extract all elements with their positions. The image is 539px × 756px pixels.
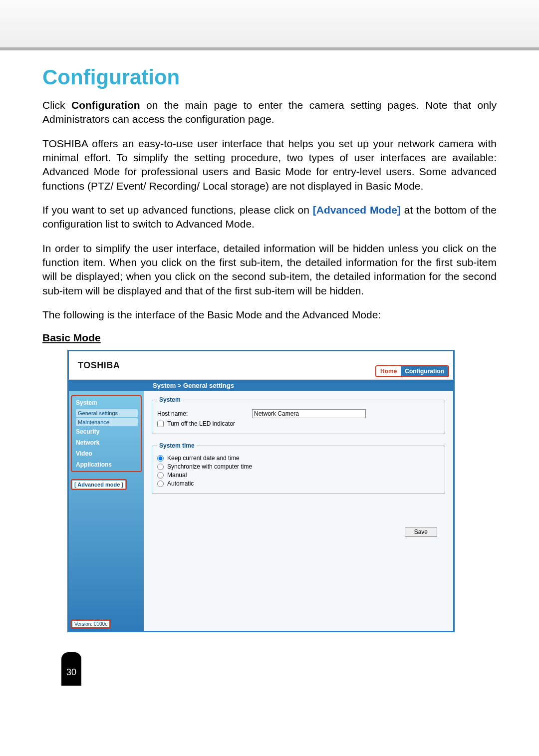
text: If you want to set up advanced functions… [42,204,313,216]
save-button[interactable]: Save [405,527,437,537]
radio-keep-current-label: Keep current date and time [167,455,240,462]
basic-mode-heading: Basic Mode [42,332,497,344]
content-area: System Host name: Turn off the LED indic… [144,391,453,631]
radio-automatic-label: Automatic [167,480,194,487]
fieldset-system-time: System time Keep current date and time S… [152,442,445,494]
text: Click [42,99,71,111]
tab-home[interactable]: Home [376,366,401,376]
sidebar-item-applications[interactable]: Applications [73,459,140,470]
intro-paragraph-4: In order to simplify the user interface,… [42,242,497,298]
led-indicator-label: Turn off the LED indicator [167,420,235,427]
intro-paragraph-2: TOSHIBA offers an easy-to-use user inter… [42,137,497,193]
sidebar-highlight-box: System General settings Maintenance Secu… [71,395,142,472]
page-number-badge: 30 [61,652,81,686]
intro-paragraph-1: Click Configuration on the main page to … [42,98,497,127]
radio-sync-computer[interactable] [157,464,164,470]
document-header-bar [0,0,539,50]
tab-configuration[interactable]: Configuration [401,366,448,376]
version-highlight: Version: 0100c [71,619,111,629]
screenshot-basic-mode: TOSHIBA Home Configuration System > Gene… [67,350,455,632]
sidebar-item-network[interactable]: Network [73,437,140,448]
sidebar-sub-maintenance[interactable]: Maintenance [76,418,138,426]
advanced-mode-button[interactable]: [ Advanced mode ] [72,481,125,489]
intro-paragraph-3: If you want to set up advanced functions… [42,203,497,232]
radio-keep-current[interactable] [157,455,164,462]
radio-sync-computer-label: Synchronize with computer time [167,463,252,470]
host-name-label: Host name: [157,410,252,417]
legend-system: System [157,396,183,403]
sidebar-item-security[interactable]: Security [73,426,140,437]
fieldset-system: System Host name: Turn off the LED indic… [152,396,445,434]
brand-logo: TOSHIBA [78,360,120,371]
intro-paragraph-5: The following is the interface of the Ba… [42,308,497,322]
sidebar: System General settings Maintenance Secu… [69,391,144,631]
sidebar-item-system[interactable]: System [73,397,140,408]
host-name-input[interactable] [252,409,366,418]
breadcrumb: System > General settings [69,380,453,391]
led-indicator-checkbox[interactable] [157,421,164,427]
firmware-version-label: Version: 0100c [72,621,109,627]
page-title: Configuration [42,65,497,89]
sidebar-sub-general-settings[interactable]: General settings [76,409,138,417]
sidebar-advanced-highlight: [ Advanced mode ] [71,479,127,490]
advanced-mode-link: [Advanced Mode] [313,204,401,216]
sidebar-item-video[interactable]: Video [73,448,140,459]
text-bold: Configuration [71,99,140,111]
radio-manual-label: Manual [167,472,187,479]
radio-manual[interactable] [157,472,164,479]
legend-system-time: System time [157,442,197,449]
nav-tabs-highlight: Home Configuration [375,365,449,377]
radio-automatic[interactable] [157,481,164,487]
